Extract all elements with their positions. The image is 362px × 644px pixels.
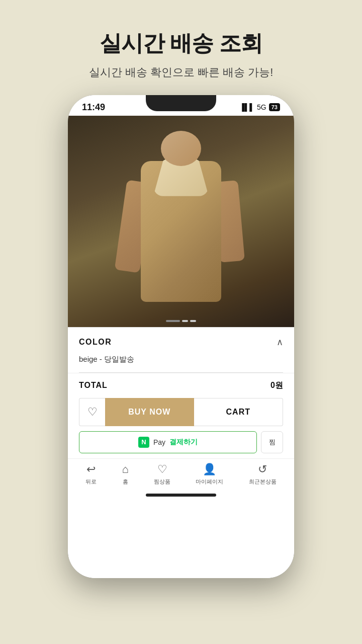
wishlist-nav-icon: ♡ [157,463,167,476]
buy-now-button[interactable]: BUY NOW [105,398,194,426]
scroll-tab-3 [190,320,196,322]
zzim-button[interactable]: 찜 [261,431,283,453]
page-container: 실시간 배송 조회 실시간 배송 확인으로 빠른 배송 가능! 11:49 ▐▌… [68,0,294,578]
phone-notch [146,95,216,111]
npay-button[interactable]: N Pay 결제하기 [79,431,257,453]
color-header[interactable]: COLOR ∧ [79,337,283,355]
color-label: COLOR [79,338,112,347]
scroll-tab-2 [182,320,188,322]
status-icons: ▐▌▌ 5G 73 [239,103,280,111]
signal-icon: ▐▌▌ [239,103,254,111]
nav-item-recent[interactable]: ↺ 최근본상품 [249,463,277,486]
phone-screen: 11:49 ▐▌▌ 5G 73 [68,95,294,578]
chevron-up-icon: ∧ [277,337,283,348]
total-label: TOTAL [79,381,108,390]
bottom-nav: ↩ 뒤로 ⌂ 홈 ♡ 찜상품 👤 마이페이지 [68,458,294,494]
coat-head [161,131,201,166]
total-amount: 0원 [270,380,283,391]
color-section: COLOR ∧ beige - 당일발송 [68,328,294,373]
nav-label-recent: 최근본상품 [249,478,277,486]
wishlist-button[interactable]: ♡ [79,398,105,426]
total-section: TOTAL 0원 [68,373,294,398]
nav-item-wishlist[interactable]: ♡ 찜상품 [154,463,170,486]
bottom-panel: COLOR ∧ beige - 당일발송 TOTAL 0원 ♡ BUY NOW [68,327,294,578]
nav-label-home: 홈 [123,478,128,486]
phone-mockup: 11:49 ▐▌▌ 5G 73 [68,95,294,578]
npay-checkout-label: 결제하기 [169,438,198,447]
back-icon: ↩ [86,463,96,476]
page-title: 실시간 배송 조회 [88,30,274,57]
page-subtitle: 실시간 배송 확인으로 빠른 배송 가능! [88,65,274,80]
npay-section: N Pay 결제하기 찜 [68,426,294,458]
nav-item-back[interactable]: ↩ 뒤로 [85,463,97,486]
nav-label-back: 뒤로 [85,478,97,486]
action-buttons: ♡ BUY NOW CART [68,398,294,426]
mypage-icon: 👤 [203,463,216,476]
color-value: beige - 당일발송 [79,355,283,373]
status-time: 11:49 [82,102,105,113]
npay-n-icon: N [138,437,149,448]
recent-icon: ↺ [258,463,267,476]
nav-item-home[interactable]: ⌂ 홈 [122,463,128,486]
npay-pay-label: Pay [153,438,165,446]
home-indicator [146,494,216,497]
coat-figure [131,131,231,322]
heart-icon: ♡ [87,406,98,419]
product-figure [68,116,294,327]
scroll-tabs [166,320,196,322]
cart-button[interactable]: CART [194,398,284,426]
nav-item-mypage[interactable]: 👤 마이페이지 [196,463,223,486]
nav-label-wishlist: 찜상품 [154,478,170,486]
battery-badge: 73 [269,103,280,111]
scroll-tab-1 [166,320,180,322]
home-icon: ⌂ [122,463,128,476]
product-image [68,116,294,327]
network-type: 5G [257,103,266,111]
nav-label-mypage: 마이페이지 [196,478,223,486]
